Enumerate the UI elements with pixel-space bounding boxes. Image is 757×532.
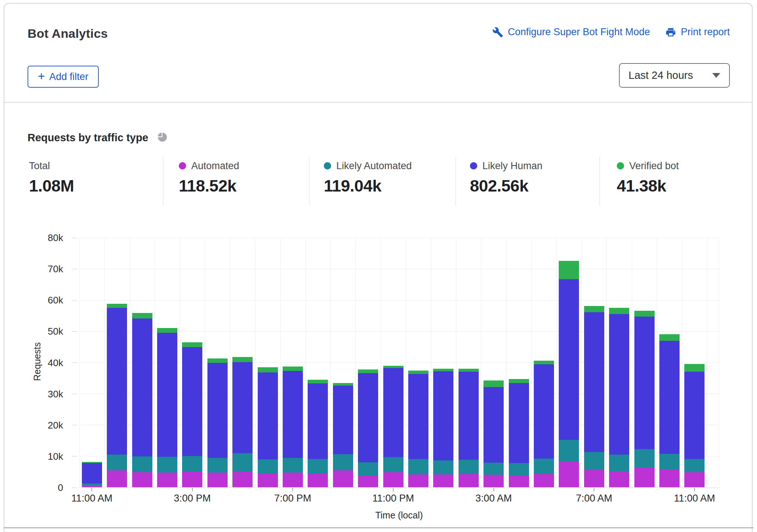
bar-8-00-am[interactable]: [609, 308, 629, 487]
stat-likely-automated: Likely Automated 119.04k: [324, 160, 412, 196]
gridline: [79, 238, 80, 488]
add-filter-button[interactable]: + Add filter: [28, 66, 99, 88]
bar-7-00-am[interactable]: [584, 306, 604, 487]
stat-total-value: 1.08M: [29, 176, 74, 196]
y-tick: [72, 456, 77, 456]
bar-6-00-am[interactable]: [559, 261, 579, 487]
verified-bot-segment: [333, 383, 353, 386]
likely-human-segment: [684, 372, 705, 459]
gridline: [657, 238, 657, 488]
bar-12-00-am[interactable]: [408, 371, 428, 487]
likely-automated-segment: [383, 457, 403, 472]
likely-human-segment: [308, 383, 328, 459]
likely-human-segment: [82, 463, 102, 484]
bar-5-00-pm[interactable]: [232, 357, 253, 487]
bar-4-00-pm[interactable]: [207, 358, 228, 487]
stat-verified-bot-label: Verified bot: [629, 160, 679, 172]
plus-icon: +: [38, 70, 45, 82]
likely-human-segment: [132, 318, 152, 456]
automated-segment: [333, 470, 353, 487]
likely-automated-segment: [483, 463, 504, 475]
likely-automated-segment: [408, 459, 428, 474]
bar-1-00-am[interactable]: [433, 369, 453, 487]
likely-automated-segment: [333, 454, 353, 470]
x-tick: [594, 488, 594, 491]
gridline: [431, 238, 431, 488]
y-tick: [72, 331, 77, 332]
bar-1-00-pm[interactable]: [132, 313, 152, 487]
y-tick: [72, 394, 77, 394]
verified-bot-segment: [132, 313, 152, 318]
likely-automated-segment: [433, 460, 453, 474]
bar-7-00-pm[interactable]: [283, 367, 303, 487]
time-range-dropdown[interactable]: Last 24 hours: [619, 63, 730, 88]
likely-human-segment: [182, 347, 202, 456]
add-filter-label: Add filter: [49, 71, 88, 83]
likely-human-segment: [157, 333, 177, 457]
likely-human-segment: [383, 368, 403, 457]
likely-human-segment: [232, 362, 253, 453]
automated-segment: [559, 461, 579, 487]
stat-divider: [456, 157, 456, 205]
bar-9-00-pm[interactable]: [333, 383, 353, 487]
gridline: [557, 238, 557, 488]
verified-bot-segment: [433, 369, 453, 371]
x-tick-label: 11:00 AM: [647, 493, 742, 504]
gridline: [381, 238, 381, 488]
verified-bot-segment: [634, 311, 655, 317]
likely-automated-segment: [609, 455, 629, 471]
y-tick-label: 80k: [30, 232, 63, 244]
gridline: [104, 238, 105, 488]
likely-automated-segment: [358, 462, 378, 476]
bar-3-00-pm[interactable]: [182, 342, 202, 487]
bar-8-00-pm[interactable]: [308, 380, 328, 487]
likely-human-segment: [659, 341, 680, 454]
automated-legend-dot: [179, 162, 186, 170]
x-tick-label: 7:00 AM: [546, 493, 642, 504]
likely-human-segment: [258, 372, 278, 459]
automated-segment: [308, 474, 328, 487]
bar-5-00-am[interactable]: [534, 361, 554, 487]
configure-super-bot-fight-mode-link[interactable]: Configure Super Bot Fight Mode: [492, 26, 650, 38]
header-links: Configure Super Bot Fight Mode Print rep…: [492, 26, 730, 38]
automated-segment: [408, 474, 428, 487]
print-report-link[interactable]: Print report: [665, 26, 730, 38]
likely-automated-segment: [584, 452, 604, 470]
automated-segment: [634, 467, 655, 487]
likely-automated-legend-dot: [324, 162, 331, 170]
bar-11-00-am[interactable]: [82, 462, 102, 487]
bar-2-00-pm[interactable]: [157, 328, 177, 487]
bar-10-00-am[interactable]: [659, 334, 680, 487]
likely-automated-segment: [534, 459, 554, 474]
bar-10-00-pm[interactable]: [358, 369, 378, 487]
gridline: [79, 488, 719, 488]
bar-3-00-am[interactable]: [483, 380, 504, 487]
likely-automated-segment: [659, 454, 680, 470]
verified-bot-segment: [684, 364, 705, 372]
pie-chart-icon: [156, 131, 167, 145]
bar-11-00-pm[interactable]: [383, 366, 403, 487]
stat-total-label: Total: [29, 160, 50, 172]
bar-4-00-am[interactable]: [509, 379, 529, 487]
bar-9-00-am[interactable]: [634, 311, 655, 487]
automated-segment: [509, 475, 529, 487]
likely-human-segment: [534, 364, 554, 458]
likely-human-segment: [433, 371, 453, 460]
bar-11-00-am[interactable]: [684, 364, 705, 487]
automated-segment: [107, 470, 127, 487]
chevron-down-icon: [712, 73, 720, 78]
bar-12-00-pm[interactable]: [107, 304, 127, 487]
likely-automated-segment: [509, 463, 529, 475]
likely-automated-segment: [283, 458, 303, 473]
gridline: [355, 238, 356, 488]
gridline: [531, 238, 532, 488]
automated-segment: [207, 473, 228, 487]
y-tick: [72, 300, 77, 300]
bar-2-00-am[interactable]: [459, 369, 479, 487]
gridline: [481, 238, 481, 488]
bar-6-00-pm[interactable]: [258, 367, 278, 487]
automated-segment: [283, 473, 303, 487]
likely-automated-segment: [634, 449, 655, 467]
y-tick: [72, 269, 77, 269]
stat-likely-human: Likely Human 802.56k: [470, 160, 543, 196]
